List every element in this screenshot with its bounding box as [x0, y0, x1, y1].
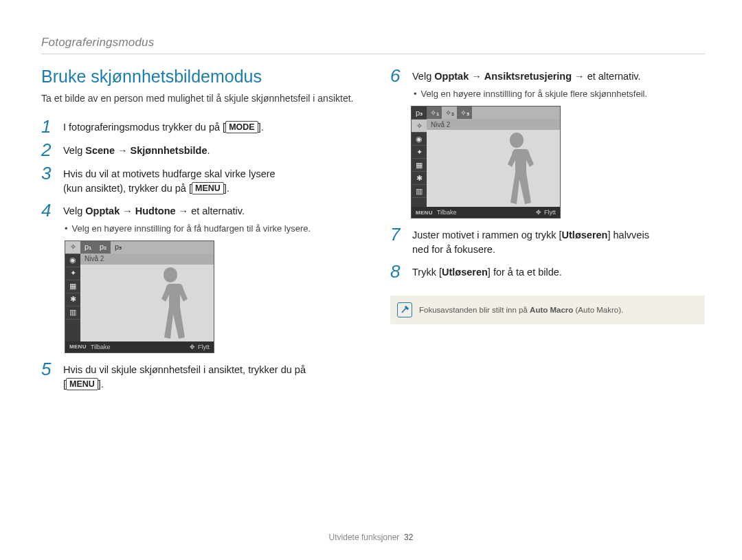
- step-5: 5 Hvis du vil skjule skjønnhetsfeil i an…: [41, 360, 356, 392]
- step-number: 8: [390, 262, 408, 280]
- face-retouch-icon: ✧: [412, 120, 427, 133]
- resolution-icon: ▦: [65, 280, 80, 293]
- step-body: Trykk [Utløseren] for å ta et bilde.: [412, 262, 562, 280]
- mode-button-label: MODE: [225, 121, 258, 133]
- move-label: Flytt: [198, 344, 210, 350]
- menu-button-label: MENU: [192, 182, 224, 194]
- camera-screen: p₃ ✧ ◉ ✦ ▦ ✱ ▥ ✧₁ ✧₂ ✧₃: [411, 106, 561, 219]
- tab-icon: ✧₃: [457, 107, 472, 119]
- back-label: Tilbake: [91, 344, 111, 350]
- resolution-icon: ▦: [412, 159, 427, 172]
- info-icon: [397, 302, 412, 317]
- tab-icon: ✧₁: [427, 107, 442, 119]
- flash-off-icon: ✦: [65, 267, 80, 280]
- quality-icon: ✱: [412, 172, 427, 185]
- section-header: Fotograferingsmodus: [41, 36, 705, 49]
- step-number: 7: [390, 225, 408, 243]
- step-body: Hvis du vil at motivets hudfarge skal vi…: [63, 164, 276, 196]
- level-label: Nivå 2: [80, 254, 214, 265]
- intro-text: Ta et bilde av en person med mulighet ti…: [41, 92, 356, 105]
- step-body: Juster motivet i rammen og trykk [Utløse…: [412, 225, 649, 257]
- step-4-subnote: Velg en høyere innstilling for å få hudf…: [65, 223, 356, 234]
- settings-icon: ▥: [412, 185, 427, 198]
- move-label: Flytt: [544, 209, 556, 216]
- dpad-icon: ✥: [536, 209, 541, 216]
- tab-icon: p₂: [95, 241, 111, 254]
- tab-row: p₁ p₂ p₃: [80, 241, 214, 254]
- info-text: Fokusavstanden blir stilt inn på Auto Ma…: [419, 306, 623, 314]
- step-number: 1: [41, 117, 59, 135]
- step-6: 6 Velg Opptak → Ansiktsretusjering → et …: [390, 67, 705, 85]
- step-body: Velg Opptak → Hudtone → et alternativ.: [63, 201, 245, 219]
- screen-footer: MENU Tilbake ✥ Flytt: [412, 207, 560, 218]
- left-column: Bruke skjønnhetsbildemodus Ta et bilde a…: [41, 67, 356, 396]
- step-body: I fotograferingsmodus trykker du på [MOD…: [63, 117, 264, 135]
- step-body: Hvis du vil skjule skjønnhetsfeil i ansi…: [63, 360, 306, 392]
- settings-icon: ▥: [65, 306, 80, 320]
- tab-row: ✧₁ ✧₂ ✧₃: [427, 107, 560, 119]
- person-silhouette-icon: [146, 267, 194, 341]
- step-6-subnote: Velg en høyere innstillling for å skjule…: [414, 89, 705, 99]
- info-note: Fokusavstanden blir stilt inn på Auto Ma…: [390, 295, 705, 324]
- page-title: Bruke skjønnhetsbildemodus: [41, 67, 356, 87]
- sidebar-icons: ✧ ◉ ✦ ▦ ✱ ▥: [65, 241, 80, 341]
- face-tone-icon: p₃: [412, 107, 427, 120]
- step-body: Velg Opptak → Ansiktsretusjering → et al…: [412, 67, 641, 84]
- tab-icon-active: ✧₂: [442, 107, 457, 119]
- menu-label: MENU: [69, 344, 87, 350]
- step-number: 6: [390, 67, 408, 85]
- step-8: 8 Trykk [Utløseren] for å ta et bilde.: [390, 262, 705, 280]
- face-detection-icon: ◉: [65, 254, 80, 267]
- tab-icon: p₁: [80, 241, 95, 254]
- step-number: 2: [41, 141, 59, 159]
- right-column: 6 Velg Opptak → Ansiktsretusjering → et …: [390, 67, 705, 396]
- person-silhouette-icon: [493, 133, 541, 207]
- step-4: 4 Velg Opptak → Hudtone → et alternativ.: [41, 201, 356, 219]
- face-tone-icon: ✧: [65, 241, 80, 254]
- figure-face-retouch: p₃ ✧ ◉ ✦ ▦ ✱ ▥ ✧₁ ✧₂ ✧₃: [411, 106, 559, 219]
- flash-off-icon: ✦: [412, 146, 427, 159]
- step-2: 2 Velg Scene → Skjønnhetsbilde.: [41, 141, 356, 159]
- divider: [41, 54, 705, 54]
- step-1: 1 I fotograferingsmodus trykker du på [M…: [41, 117, 356, 135]
- menu-label: MENU: [416, 210, 433, 216]
- step-number: 3: [41, 164, 59, 182]
- back-label: Tilbake: [437, 209, 457, 216]
- face-detection-icon: ◉: [412, 133, 427, 146]
- page-footer: Utvidete funksjoner 32: [0, 533, 742, 542]
- tab-icon-active: p₃: [111, 241, 126, 254]
- preview-area: [80, 265, 214, 341]
- step-number: 5: [41, 360, 59, 378]
- sidebar-icons: p₃ ✧ ◉ ✦ ▦ ✱ ▥: [412, 107, 427, 207]
- camera-screen: ✧ ◉ ✦ ▦ ✱ ▥ p₁ p₂ p₃: [65, 240, 214, 353]
- figure-face-tone: ✧ ◉ ✦ ▦ ✱ ▥ p₁ p₂ p₃: [65, 240, 213, 353]
- quality-icon: ✱: [65, 293, 80, 306]
- step-3: 3 Hvis du vil at motivets hudfarge skal …: [41, 164, 356, 196]
- step-number: 4: [41, 201, 59, 219]
- preview-area: [427, 130, 560, 207]
- step-7: 7 Juster motivet i rammen og trykk [Utlø…: [390, 225, 705, 257]
- dpad-icon: ✥: [190, 344, 195, 350]
- screen-footer: MENU Tilbake ✥ Flytt: [65, 341, 214, 352]
- step-body: Velg Scene → Skjønnhetsbilde.: [63, 141, 210, 158]
- level-label: Nivå 2: [427, 119, 560, 130]
- menu-button-label: MENU: [66, 378, 98, 390]
